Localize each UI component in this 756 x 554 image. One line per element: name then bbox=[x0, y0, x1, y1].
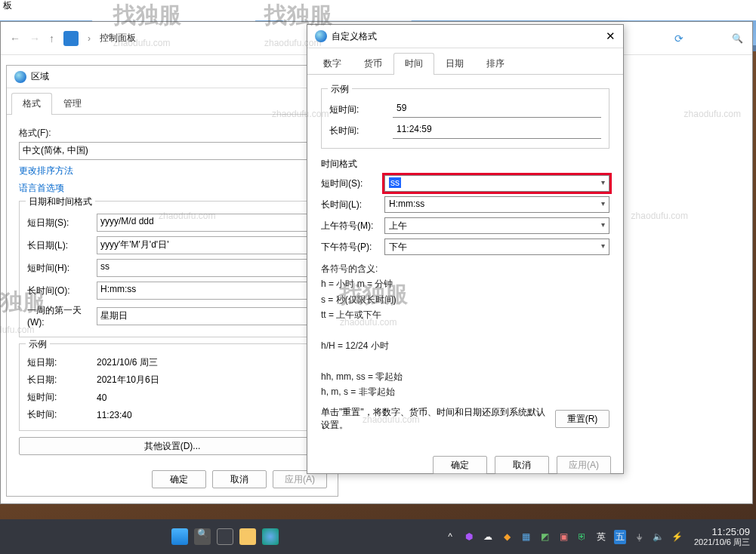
taskbar-clock[interactable]: 11:25:09 2021/10/6 周三 bbox=[694, 526, 750, 548]
group-time-format: 时间格式 短时间(S): ss 长时间(L):H:mm:ss 上午符号(M):上… bbox=[321, 155, 609, 435]
tray-app-icon[interactable]: ⬢ bbox=[463, 531, 475, 542]
region-dialog-buttons: 确定 取消 应用(A) bbox=[7, 463, 338, 496]
tab-format[interactable]: 格式 bbox=[11, 93, 52, 114]
group-time-example: 示例 短时间:59 长时间:11:24:59 bbox=[321, 88, 609, 149]
combo-short-time[interactable]: ss bbox=[97, 259, 317, 277]
volume-icon[interactable]: 🔈 bbox=[652, 531, 664, 542]
format-label: 格式(F): bbox=[19, 127, 326, 140]
combo-short-date[interactable]: yyyy/M/d ddd bbox=[97, 214, 317, 232]
tab-admin[interactable]: 管理 bbox=[52, 93, 93, 114]
tray-shield-icon[interactable]: ⛨ bbox=[576, 531, 588, 542]
search-icon[interactable]: 🔍 bbox=[732, 33, 743, 44]
up-arrow-icon[interactable]: ↑ bbox=[49, 32, 54, 45]
region-title: 区域 bbox=[31, 70, 49, 83]
tab-number[interactable]: 数字 bbox=[312, 53, 353, 74]
am-symbol-input[interactable]: 上午 bbox=[384, 217, 609, 234]
ime-mode-icon[interactable]: 五 bbox=[614, 530, 626, 544]
fmt-st-l: 短时间(S): bbox=[321, 177, 384, 190]
customize-titlebar: 自定义格式 ✕ bbox=[307, 25, 623, 48]
customize-tabs: 数字 货币 时间 日期 排序 bbox=[307, 53, 623, 75]
legend-datetime: 日期和时间格式 bbox=[26, 195, 95, 208]
cropped-title-strip: 板 bbox=[0, 0, 756, 20]
legend-time-example: 示例 bbox=[328, 83, 352, 96]
pm-symbol-input[interactable]: 下午 bbox=[384, 239, 609, 255]
apply-button[interactable]: 应用(A) bbox=[557, 456, 611, 474]
legend-time-format: 时间格式 bbox=[321, 158, 609, 171]
lbl-long-date: 长日期(L): bbox=[27, 239, 97, 252]
group-datetime-format: 日期和时间格式 短日期(S):yyyy/M/d ddd 长日期(L):yyyy'… bbox=[19, 201, 326, 337]
crumb-control-panel[interactable]: 控制面板 bbox=[100, 32, 136, 45]
start-icon[interactable] bbox=[171, 528, 188, 545]
tab-time[interactable]: 时间 bbox=[393, 53, 434, 74]
combo-first-day[interactable]: 星期日 bbox=[97, 307, 317, 325]
symbol-meaning-block: 各符号的含义: h = 小时 m = 分钟s = 秒(仅限长时间)tt = 上午… bbox=[321, 261, 609, 400]
taskbar: 🔍 ^ ⬢ ☁ ◆ ▦ ◩ ▣ ⛨ 英 五 ⏚ 🔈 ⚡ 11:25:09 202… bbox=[0, 519, 756, 554]
fmt-pm-l: 下午符号(P): bbox=[321, 241, 384, 254]
close-icon[interactable]: ✕ bbox=[606, 29, 616, 43]
customize-format-dialog: 自定义格式 ✕ 数字 货币 时间 日期 排序 示例 短时间:59 长时间:11:… bbox=[307, 24, 624, 474]
task-view-icon[interactable] bbox=[217, 528, 233, 545]
explorer-icon[interactable] bbox=[239, 528, 256, 545]
legend-example: 示例 bbox=[26, 338, 50, 351]
fmt-am-l: 上午符号(M): bbox=[321, 220, 384, 232]
long-time-format-input[interactable]: H:mm:ss bbox=[384, 196, 609, 213]
cancel-button[interactable]: 取消 bbox=[495, 456, 549, 474]
edge-icon[interactable] bbox=[262, 528, 279, 545]
ex-sd-l: 短日期: bbox=[27, 356, 97, 369]
customize-dialog-buttons: 确定 取消 应用(A) bbox=[307, 448, 623, 483]
ex-st-v: 40 bbox=[97, 392, 317, 403]
region-tabs: 格式 管理 bbox=[7, 93, 338, 115]
ex2-st-l: 短时间: bbox=[329, 103, 393, 116]
ime-lang-icon[interactable]: 英 bbox=[595, 531, 607, 543]
region-dialog: 区域 格式 管理 格式(F): 中文(简体, 中国) 更改排序方法 语言首选项 … bbox=[6, 65, 338, 497]
tab-currency[interactable]: 货币 bbox=[353, 53, 393, 74]
taskbar-center-icons: 🔍 bbox=[6, 528, 444, 545]
tray-chevron-icon[interactable]: ^ bbox=[444, 531, 456, 542]
globe-icon bbox=[315, 30, 327, 42]
wifi-icon[interactable]: ⏚ bbox=[633, 531, 645, 542]
tab-sort[interactable]: 排序 bbox=[475, 53, 516, 74]
other-settings-button[interactable]: 其他设置(D)... bbox=[19, 437, 326, 455]
link-lang-pref[interactable]: 语言首选项 bbox=[19, 182, 326, 195]
ex-st-l: 短时间: bbox=[27, 391, 97, 404]
forward-arrow-icon[interactable]: → bbox=[29, 32, 40, 45]
fmt-lt-l: 长时间(L): bbox=[321, 199, 384, 211]
back-arrow-icon[interactable]: ← bbox=[10, 32, 20, 45]
format-combo[interactable]: 中文(简体, 中国) bbox=[19, 142, 326, 160]
reset-button[interactable]: 重置(R) bbox=[555, 410, 609, 428]
tab-date[interactable]: 日期 bbox=[434, 53, 475, 74]
ex-ld-v: 2021年10月6日 bbox=[97, 374, 317, 386]
battery-icon[interactable]: ⚡ bbox=[671, 531, 683, 542]
control-panel-icon bbox=[63, 31, 79, 46]
lbl-short-date: 短日期(S): bbox=[27, 217, 97, 229]
taskbar-search-icon[interactable]: 🔍 bbox=[194, 528, 211, 545]
title-fragment: 板 bbox=[0, 0, 12, 11]
ex2-lt-v: 11:24:59 bbox=[393, 122, 601, 139]
ok-button[interactable]: 确定 bbox=[433, 456, 487, 474]
tray-weather-icon[interactable]: ☁ bbox=[482, 531, 494, 542]
customize-title-text: 自定义格式 bbox=[332, 30, 377, 43]
link-change-sort[interactable]: 更改排序方法 bbox=[19, 165, 326, 177]
tray-app4-icon[interactable]: ◩ bbox=[538, 531, 551, 542]
group-example: 示例 短日期:2021/10/6 周三 长日期:2021年10月6日 短时间:4… bbox=[19, 343, 326, 431]
region-dialog-titlebar: 区域 bbox=[7, 66, 338, 88]
ex-ld-l: 长日期: bbox=[27, 374, 97, 386]
short-time-format-input[interactable]: ss bbox=[384, 175, 609, 192]
ex-lt-v: 11:23:40 bbox=[97, 410, 317, 420]
tray-app2-icon[interactable]: ◆ bbox=[501, 531, 513, 542]
cancel-button[interactable]: 取消 bbox=[212, 470, 267, 488]
tray-app3-icon[interactable]: ▦ bbox=[520, 531, 532, 542]
reset-description: 单击"重置"，将数字、货币、时间和日期还原到系统默认设置。 bbox=[321, 406, 546, 432]
ex2-st-v: 59 bbox=[393, 101, 601, 118]
combo-long-time[interactable]: H:mm:ss bbox=[97, 282, 317, 300]
refresh-icon[interactable]: ⟳ bbox=[674, 32, 683, 45]
lbl-long-time: 长时间(O): bbox=[27, 285, 97, 297]
combo-long-date[interactable]: yyyy'年'M'月'd'日' bbox=[97, 236, 317, 254]
system-tray: ^ ⬢ ☁ ◆ ▦ ◩ ▣ ⛨ 英 五 ⏚ 🔈 ⚡ 11:25:09 2021/… bbox=[444, 526, 750, 548]
chevron-right-icon: › bbox=[88, 33, 91, 44]
ex-sd-v: 2021/10/6 周三 bbox=[97, 356, 317, 369]
lbl-first-day: 一周的第一天(W): bbox=[27, 304, 97, 328]
ok-button[interactable]: 确定 bbox=[152, 470, 206, 488]
ex-lt-l: 长时间: bbox=[27, 408, 97, 421]
tray-app5-icon[interactable]: ▣ bbox=[557, 531, 569, 542]
